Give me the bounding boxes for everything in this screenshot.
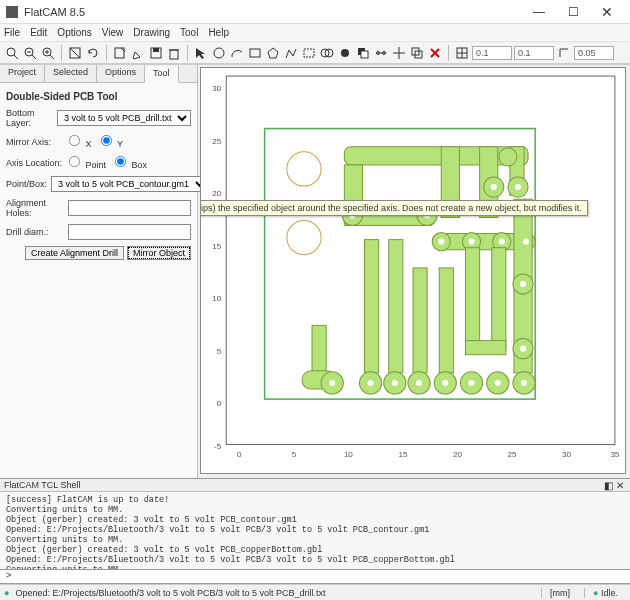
svg-rect-22 xyxy=(304,49,314,57)
save-geometry-icon[interactable] xyxy=(148,45,164,61)
zoom-out-icon[interactable] xyxy=(22,45,38,61)
menubar: File Edit Options View Drawing Tool Help xyxy=(0,24,630,42)
rect-select-icon[interactable] xyxy=(301,45,317,61)
side-tabs: Project Selected Options Tool xyxy=(0,65,197,83)
copy-icon[interactable] xyxy=(409,45,425,61)
subtract-icon[interactable] xyxy=(355,45,371,61)
svg-text:25: 25 xyxy=(507,450,516,459)
move-icon[interactable] xyxy=(391,45,407,61)
delete-icon[interactable] xyxy=(166,45,182,61)
svg-text:20: 20 xyxy=(453,450,462,459)
menu-options[interactable]: Options xyxy=(57,27,91,38)
grid-icon[interactable] xyxy=(454,45,470,61)
new-geometry-icon[interactable] xyxy=(112,45,128,61)
mirror-object-button[interactable]: Mirror Object xyxy=(127,246,191,260)
svg-point-103 xyxy=(368,380,374,386)
select-icon[interactable] xyxy=(193,45,209,61)
menu-help[interactable]: Help xyxy=(208,27,229,38)
alignment-holes-field[interactable] xyxy=(68,200,191,216)
tab-tool[interactable]: Tool xyxy=(145,66,179,83)
svg-point-98 xyxy=(499,239,505,245)
svg-rect-76 xyxy=(439,268,453,373)
tool-panel: Double-Sided PCB Tool Bottom Layer: 3 vo… xyxy=(0,83,197,266)
intersect-icon[interactable] xyxy=(337,45,353,61)
tab-project[interactable]: Project xyxy=(0,65,45,82)
svg-point-104 xyxy=(392,380,398,386)
svg-point-111 xyxy=(499,148,517,166)
rectangle-icon[interactable] xyxy=(247,45,263,61)
drill-diam-field[interactable] xyxy=(68,224,191,240)
clear-plot-icon[interactable] xyxy=(67,45,83,61)
circle-icon[interactable] xyxy=(211,45,227,61)
path-icon[interactable] xyxy=(283,45,299,61)
svg-text:15: 15 xyxy=(212,242,221,251)
svg-text:0: 0 xyxy=(217,399,222,408)
edit-geometry-icon[interactable] xyxy=(130,45,146,61)
svg-rect-77 xyxy=(465,248,479,349)
axis-box-radio[interactable]: Box xyxy=(114,155,147,170)
shell-title: FlatCAM TCL Shell xyxy=(4,480,81,490)
svg-text:10: 10 xyxy=(344,450,353,459)
zoom-fit-icon[interactable] xyxy=(4,45,20,61)
tab-options[interactable]: Options xyxy=(97,65,145,82)
close-button[interactable]: ✕ xyxy=(590,1,624,23)
svg-rect-74 xyxy=(389,240,403,373)
svg-line-4 xyxy=(32,55,36,59)
menu-view[interactable]: View xyxy=(102,27,124,38)
bottom-layer-label: Bottom Layer: xyxy=(6,108,53,128)
mirror-x-radio[interactable]: X xyxy=(68,134,92,149)
svg-text:30: 30 xyxy=(212,84,221,93)
snap-corner-icon[interactable] xyxy=(556,45,572,61)
svg-line-10 xyxy=(70,48,80,58)
minimize-button[interactable]: — xyxy=(522,1,556,23)
svg-point-106 xyxy=(442,380,448,386)
menu-drawing[interactable]: Drawing xyxy=(133,27,170,38)
svg-point-100 xyxy=(520,281,526,287)
svg-rect-16 xyxy=(170,50,178,59)
grid-x-field[interactable]: 0.1 xyxy=(472,46,512,60)
svg-point-109 xyxy=(521,380,527,386)
svg-line-8 xyxy=(50,55,54,59)
shell-float-icon[interactable]: ◧ xyxy=(602,479,614,491)
create-alignment-drill-button[interactable]: Create Alignment Drill xyxy=(25,246,124,260)
grid-y-field[interactable]: 0.1 xyxy=(514,46,554,60)
shell-output[interactable]: [success] FlatCAM is up to date!Converti… xyxy=(0,492,630,570)
shell-input[interactable]: > xyxy=(0,570,630,584)
menu-file[interactable]: File xyxy=(4,27,20,38)
svg-point-102 xyxy=(329,380,335,386)
pointbox-label: Point/Box: xyxy=(6,179,47,189)
svg-rect-20 xyxy=(250,49,260,57)
alignment-holes-label: Alignment Holes: xyxy=(6,198,64,218)
status-opened: Opened: E:/Projects/Bluetooth/3 volt to … xyxy=(15,588,325,598)
plot-canvas[interactable]: 302520151050-5 05101520253035 xyxy=(200,67,626,474)
maximize-button[interactable]: ☐ xyxy=(556,1,590,23)
bottom-layer-select[interactable]: 3 volt to 5 volt PCB_drill.txt xyxy=(57,110,191,126)
statusbar: ● Opened: E:/Projects/Bluetooth/3 volt t… xyxy=(0,584,630,600)
svg-text:-5: -5 xyxy=(214,442,222,451)
delete-shape-icon[interactable] xyxy=(427,45,443,61)
zoom-in-icon[interactable] xyxy=(40,45,56,61)
tab-selected[interactable]: Selected xyxy=(45,65,97,82)
union-icon[interactable] xyxy=(319,45,335,61)
side-panel: Project Selected Options Tool Double-Sid… xyxy=(0,65,198,478)
polygon-icon[interactable] xyxy=(265,45,281,61)
svg-rect-26 xyxy=(361,51,368,58)
tool-header: Double-Sided PCB Tool xyxy=(6,89,191,108)
status-opened-dot-icon: ● xyxy=(4,588,9,598)
snap-field[interactable]: 0.05 xyxy=(574,46,614,60)
svg-text:25: 25 xyxy=(212,137,221,146)
replot-icon[interactable] xyxy=(85,45,101,61)
svg-rect-78 xyxy=(492,248,506,349)
cut-path-icon[interactable] xyxy=(373,45,389,61)
pointbox-select[interactable]: 3 volt to 5 volt PCB_contour.gm1 xyxy=(51,176,209,192)
tooltip: Mirrors (flips) the specified object aro… xyxy=(200,200,588,216)
axis-point-radio[interactable]: Point xyxy=(68,155,106,170)
svg-point-0 xyxy=(7,48,15,56)
svg-point-107 xyxy=(469,380,475,386)
shell-close-icon[interactable]: ✕ xyxy=(614,479,626,491)
svg-text:35: 35 xyxy=(610,450,619,459)
menu-tool[interactable]: Tool xyxy=(180,27,198,38)
arc-icon[interactable] xyxy=(229,45,245,61)
menu-edit[interactable]: Edit xyxy=(30,27,47,38)
mirror-y-radio[interactable]: Y xyxy=(100,134,123,149)
